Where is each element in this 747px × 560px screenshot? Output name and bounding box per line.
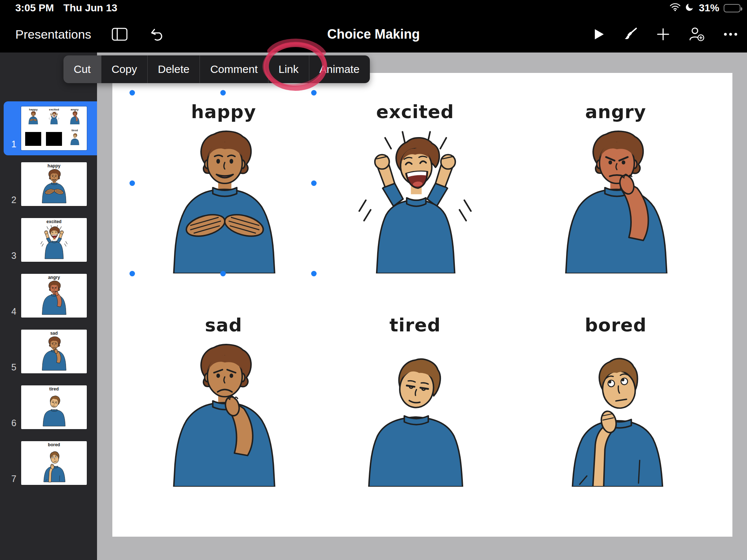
slide-7-thumbnail[interactable]: bored <box>21 441 87 485</box>
emotion-label-sad: sad <box>132 308 315 343</box>
slide-navigator-sidebar: 1 happy excited angry tired 2 happy 3 <box>0 52 97 560</box>
slide-object-excited[interactable]: excited <box>324 95 506 273</box>
slide-thumbnail-row-3[interactable]: 3 excited <box>0 212 97 268</box>
slide-1-thumbnail[interactable]: happy excited angry tired <box>21 106 87 150</box>
more-options-button[interactable] <box>724 32 738 36</box>
slide-thumbnail-row-6[interactable]: 6 tired <box>0 380 97 435</box>
thumb-mini-label: excited <box>49 108 59 111</box>
battery-percent: 31% <box>699 2 719 14</box>
thumb-tired-figure <box>69 132 81 145</box>
thumb-label: sad <box>21 330 87 336</box>
clock-time: 3:05 PM <box>15 2 54 14</box>
thumb-angry-figure <box>69 111 81 124</box>
emotion-label-tired: tired <box>324 308 506 343</box>
sad-figure-image <box>145 343 302 487</box>
wifi-icon <box>670 2 681 14</box>
selection-handle-top-center[interactable] <box>220 90 226 96</box>
plus-icon <box>657 28 670 41</box>
slide-thumbnail-row-2[interactable]: 2 happy <box>0 156 97 212</box>
thumb-happy-figure <box>38 168 70 203</box>
slide-navigator-view-button[interactable] <box>112 16 128 52</box>
status-bar: 3:05 PM Thu Jun 13 31% <box>0 0 747 16</box>
bored-figure-image <box>537 343 694 487</box>
play-presentation-button[interactable] <box>594 28 605 40</box>
slide-number: 1 <box>9 139 18 149</box>
keynote-app-window: 3:05 PM Thu Jun 13 31% Presentations Cho… <box>0 0 747 560</box>
emotion-label-bored: bored <box>525 308 707 343</box>
tired-figure-image <box>337 343 494 487</box>
slide-2-thumbnail[interactable]: happy <box>21 162 87 206</box>
thumb-excited-figure <box>38 224 70 259</box>
undo-button[interactable] <box>150 16 166 52</box>
thumb-mini-label: happy <box>29 108 38 111</box>
emotion-label-angry: angry <box>525 95 707 129</box>
ellipsis-icon <box>724 32 738 36</box>
emotion-label-happy: happy <box>132 95 315 129</box>
thumb-excited-figure <box>48 111 60 124</box>
do-not-disturb-moon-icon <box>685 2 694 14</box>
add-person-icon <box>689 27 705 42</box>
selection-handle-top-right[interactable] <box>311 90 317 96</box>
context-menu-comment[interactable]: Comment <box>200 55 268 83</box>
thumb-bored-figure <box>38 447 70 482</box>
context-menu-delete[interactable]: Delete <box>147 55 200 83</box>
collaborate-button[interactable] <box>689 27 705 42</box>
context-menu-animate[interactable]: Animate <box>309 55 370 83</box>
thumb-tired-figure <box>38 392 70 427</box>
slide-editing-surface[interactable]: happy excited angry sad tired bored <box>112 73 732 537</box>
slide-thumbnail-row-1[interactable]: 1 happy excited angry tired <box>0 101 97 156</box>
slide-thumbnail-row-5[interactable]: 5 sad <box>0 324 97 379</box>
thumb-sad-figure <box>38 336 70 371</box>
selection-handle-bottom-center[interactable] <box>220 271 226 276</box>
selection-handle-middle-right[interactable] <box>311 180 317 186</box>
toolbar: Presentations Choice Making <box>0 16 747 52</box>
selection-handle-top-left[interactable] <box>129 90 135 96</box>
thumb-mini-label: tired <box>71 129 78 132</box>
slide-number: 3 <box>9 250 18 261</box>
thumb-angry-figure <box>38 280 70 315</box>
thumbnail-black-placeholder <box>46 132 62 146</box>
slide-object-bored[interactable]: bored <box>525 308 707 487</box>
slide-number: 4 <box>9 306 18 317</box>
selection-handle-middle-left[interactable] <box>129 180 135 186</box>
slide-object-sad[interactable]: sad <box>132 308 315 487</box>
navigator-layout-icon <box>112 28 128 41</box>
slide-4-thumbnail[interactable]: angry <box>21 274 87 318</box>
slide-number: 7 <box>9 474 18 484</box>
format-button[interactable] <box>624 27 638 41</box>
presentations-back-button[interactable]: Presentations <box>15 16 91 52</box>
context-menu-cut[interactable]: Cut <box>63 55 101 83</box>
thumb-label: happy <box>21 162 87 168</box>
undo-icon <box>150 27 166 42</box>
slide-6-thumbnail[interactable]: tired <box>21 385 87 429</box>
thumb-label: angry <box>21 274 87 280</box>
angry-figure-image <box>537 129 694 273</box>
object-context-menu: Cut Copy Delete Comment Link Animate <box>63 55 370 83</box>
emotion-label-excited: excited <box>324 95 506 129</box>
slide-3-thumbnail[interactable]: excited <box>21 218 87 262</box>
context-menu-copy[interactable]: Copy <box>101 55 147 83</box>
play-icon <box>594 28 605 40</box>
insert-button[interactable] <box>657 28 670 41</box>
thumb-label: tired <box>21 385 87 392</box>
slide-object-happy[interactable]: happy <box>132 95 315 273</box>
slide-object-angry[interactable]: angry <box>525 95 707 273</box>
thumb-label: bored <box>21 441 87 447</box>
selection-handle-bottom-left[interactable] <box>129 271 135 276</box>
selection-handle-bottom-right[interactable] <box>311 271 317 276</box>
paintbrush-icon <box>624 27 638 41</box>
thumb-mini-label: angry <box>71 108 79 111</box>
slide-object-tired[interactable]: tired <box>324 308 506 487</box>
excited-figure-image <box>337 129 494 273</box>
thumb-label: excited <box>21 218 87 224</box>
thumbnail-black-placeholder <box>25 132 41 146</box>
thumb-happy-figure <box>27 111 39 124</box>
happy-figure-image <box>145 129 302 273</box>
slide-number: 5 <box>9 362 18 373</box>
slide-thumbnail-row-7[interactable]: 7 bored <box>0 435 97 491</box>
context-menu-link[interactable]: Link <box>268 55 309 83</box>
slide-thumbnail-row-4[interactable]: 4 angry <box>0 268 97 323</box>
slide-5-thumbnail[interactable]: sad <box>21 330 87 373</box>
slide-number: 2 <box>9 195 18 205</box>
slide-number: 6 <box>9 418 18 428</box>
